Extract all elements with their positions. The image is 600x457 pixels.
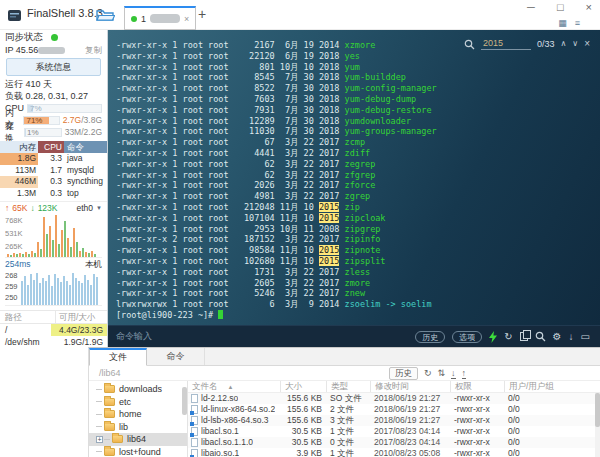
process-row[interactable]: 113M 1.7 mysqld <box>0 165 107 177</box>
file-row[interactable]: ld-lsb-x86-64.so.3 155.6 KB 3 文件 2018/06… <box>188 415 600 426</box>
folder-icon <box>104 410 115 418</box>
tree-item[interactable]: + downloads <box>89 383 187 396</box>
tab-files[interactable]: 文件 <box>89 348 147 366</box>
terminal-view[interactable]: -rwxr-xr-x 1 root root 2167 6月 19 2014xz… <box>108 30 600 325</box>
file-row[interactable]: ld-linux-x86-64.so.2 155.6 KB 2 文件 2018/… <box>188 404 600 415</box>
process-row[interactable]: 446M 0.3 syncthing <box>0 176 107 188</box>
layout-list-icon[interactable]: ≡ <box>575 18 580 29</box>
file-row[interactable]: libacl.so.1.1.0 30.5 KB 0 文件 2017/08/23 … <box>188 437 600 448</box>
options-button[interactable]: 选项 <box>452 331 482 343</box>
current-path[interactable]: /lib64 <box>99 368 121 378</box>
fullscreen-icon[interactable]: ▭ <box>581 331 590 343</box>
system-info-button[interactable]: 系统信息 <box>6 58 101 76</box>
close-button[interactable]: × <box>586 1 592 13</box>
swap-meter-row: 交换 1% 33M/2.2G <box>0 126 107 138</box>
maximize-button[interactable]: □ <box>557 1 564 13</box>
download-rate: 123K <box>38 202 58 215</box>
ping-host: 本机 <box>85 258 102 271</box>
search-prev-icon[interactable]: ∧ <box>560 39 566 49</box>
connection-manager-button[interactable] <box>96 8 115 26</box>
terminal-line: -rwxr-xr-x 2 root root 187152 3月 22 2017… <box>116 234 600 245</box>
file-table-scrollbar[interactable] <box>595 393 600 427</box>
terminal-tab[interactable]: 1 × <box>124 6 196 30</box>
clipboard-icon[interactable] <box>520 332 528 341</box>
copy-ip-link[interactable]: 复制 <box>85 44 102 56</box>
file-row[interactable]: libacl.so.1 30.5 KB 1 文件 2017/08/23 04:1… <box>188 426 600 437</box>
refresh-icon[interactable]: ↻ <box>424 367 432 379</box>
tree-line <box>104 439 110 440</box>
tree-item[interactable]: + etc <box>89 396 187 409</box>
search-query-input[interactable]: 2015 <box>481 38 531 50</box>
load-average-text: 负载 0.28, 0.31, 0.27 <box>0 90 107 102</box>
layout-grid-icon[interactable]: ▦ <box>558 18 567 29</box>
disk-row[interactable]: / 4.4G/23.3G <box>0 324 107 336</box>
tree-item[interactable]: + home <box>89 408 187 421</box>
terminal-line: -rwxr-xr-x 1 root root 7931 7月 30 2018yu… <box>116 105 600 116</box>
disk-table-header: 路径 可用/大小 <box>0 310 107 324</box>
ping-graph: 268 259 250 <box>5 271 102 306</box>
folder-icon <box>104 423 115 431</box>
terminal-line: -rwxr-xr-x 1 root root 107104 11月 10 201… <box>116 213 600 224</box>
title-bar: FinalShell 3.8.3 1 × + ─ □ × ▦ ≡ <box>0 0 600 30</box>
lightning-icon[interactable] <box>489 331 497 343</box>
network-graph: 768K 531K 265K <box>5 215 102 258</box>
app-logo-icon <box>8 8 21 26</box>
transfer-icon[interactable]: ⇅ <box>437 367 445 379</box>
interface-selector[interactable]: eth0 <box>77 202 94 215</box>
tree-line <box>96 414 102 415</box>
tree-item[interactable]: + lib64 <box>89 433 187 446</box>
terminal-line: -rwxr-xr-x 1 root root 11030 7月 30 2018y… <box>116 126 600 137</box>
col-size: 大小 <box>280 381 326 392</box>
upload-icon[interactable]: ↑ <box>462 368 467 379</box>
terminal-line: -rwxr-xr-x 1 root root 1731 3月 22 2017zl… <box>116 267 600 278</box>
tree-scrollbar[interactable] <box>182 387 187 415</box>
tree-item[interactable]: + lost+found <box>89 446 187 457</box>
sync-status-dot <box>51 34 58 41</box>
process-row[interactable]: 1.3M 0.3 top <box>0 188 107 200</box>
tab-commands[interactable]: 命令 <box>147 348 205 365</box>
file-table-scrollbar-track <box>595 393 600 457</box>
command-input[interactable]: 命令输入 <box>108 330 152 343</box>
tree-line <box>96 451 102 452</box>
process-table-header[interactable]: 内存 CPU 命令 <box>0 141 107 153</box>
file-icon <box>191 427 198 436</box>
find-icon[interactable] <box>535 331 546 342</box>
terminal-line: -rwxr-xr-x 1 root root 62 3月 22 2017zfgr… <box>116 170 600 181</box>
ping-row: 254ms 本机 <box>0 258 107 271</box>
terminal-line: -rwxr-xr-x 1 root root 4441 3月 22 2017zd… <box>116 148 600 159</box>
memory-percent: 71% <box>26 117 42 125</box>
path-bar: /lib64 历史 ↻ ⇅ ↓ ↑ <box>89 366 600 381</box>
uptime-text: 运行 410 天 <box>0 78 107 90</box>
history-button[interactable]: 历史 <box>415 331 445 343</box>
new-tab-button[interactable]: + <box>198 6 206 22</box>
terminal-line: -rwxr-xr-x 1 root root 62 3月 22 2017zegr… <box>116 159 600 170</box>
settings-gear-icon[interactable]: ⚙ <box>553 331 562 343</box>
file-icon <box>191 438 198 447</box>
file-table-header[interactable]: 文件名▲ 大小 类型 修改时间 权限 用户/用户组 <box>188 381 600 393</box>
clear-screen-icon[interactable]: ↻ <box>504 331 512 343</box>
interface-dropdown-icon[interactable]: ▼ <box>96 202 102 215</box>
process-row[interactable]: 1.8G 3.3 java <box>0 153 107 165</box>
disk-table: 路径 可用/大小 / 4.4G/23.3G /dev/shm 1.9G/1.9G <box>0 310 107 348</box>
tree-item[interactable]: + lib <box>89 421 187 434</box>
file-row[interactable]: ld-2.12.so 155.6 KB SO 文件 2018/06/19 21:… <box>188 393 600 404</box>
minimize-button[interactable]: ─ <box>527 1 535 13</box>
cpu-percent: 7% <box>30 105 42 113</box>
tab-close-icon[interactable]: × <box>184 14 189 24</box>
folder-icon <box>104 448 115 456</box>
folder-icon <box>104 385 115 393</box>
tree-line <box>96 426 102 427</box>
expander-icon[interactable]: + <box>96 436 103 443</box>
search-close-icon[interactable]: × <box>584 39 590 49</box>
finalshell-window: FinalShell 3.8.3 1 × + ─ □ × ▦ ≡ 同步状态 复制… <box>0 0 600 457</box>
file-row[interactable]: libaio.so.1 3.9 KB 1 文件 2010/08/23 05:08… <box>188 448 600 457</box>
command-bar: 命令输入 历史 选项 ↻ ⚙ ↓ ▭ <box>108 325 600 347</box>
scroll-down-icon[interactable]: ↓ <box>569 331 574 343</box>
terminal-line: -rwxr-xr-x 1 root root 4981 3月 22 2017zg… <box>116 191 600 202</box>
file-icon <box>191 405 198 414</box>
search-next-icon[interactable]: ∨ <box>572 39 578 49</box>
tree-line <box>96 389 102 390</box>
file-history-button[interactable]: 历史 <box>389 367 418 380</box>
download-icon[interactable]: ↓ <box>451 368 456 379</box>
terminal-search-bar: 2015 0/33 ∧ ∨ × <box>464 38 590 50</box>
